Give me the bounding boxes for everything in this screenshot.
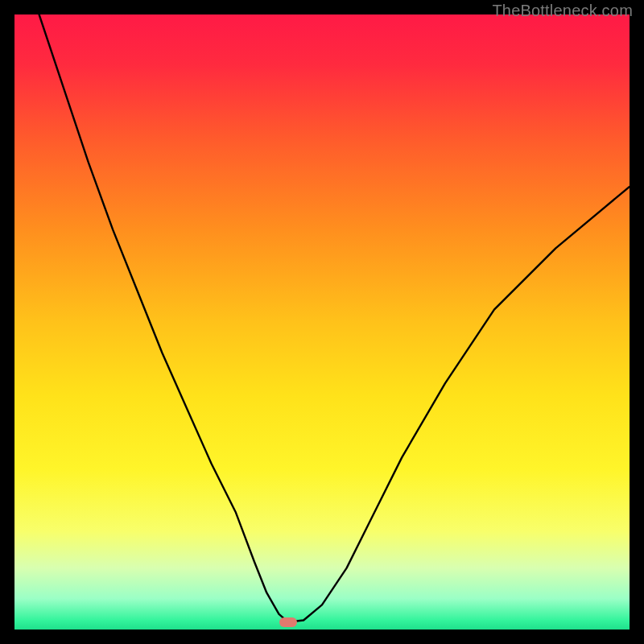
heatmap-background xyxy=(14,14,630,630)
plot-svg xyxy=(14,14,630,630)
attribution-text: TheBottleneck.com xyxy=(492,2,633,20)
plot-area xyxy=(14,14,630,630)
optimum-marker xyxy=(279,617,297,627)
chart-frame: TheBottleneck.com xyxy=(0,0,644,644)
